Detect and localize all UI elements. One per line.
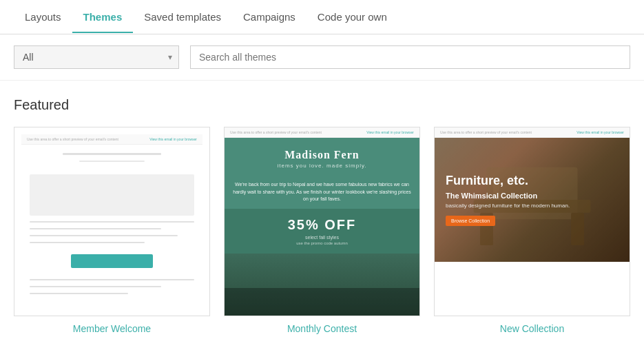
madison-promo-text: use the promo code autumn [231,241,413,245]
search-input[interactable] [190,45,630,69]
madison-tagline: items you love. made simply. [231,163,413,169]
filter-row: All Business eCommerce Holiday Newslette… [0,34,644,81]
card-new-collection[interactable]: Use this area to offer a short preview o… [434,127,630,334]
madison-select-text: select fall styles [231,235,413,240]
preview-text-2: Use this area to offer a short preview o… [230,130,322,134]
featured-section: Featured Use this area to offer a short … [0,81,644,348]
furniture-overlay: Furniture, etc. The Whimsical Collection… [435,138,630,262]
category-dropdown-wrapper: All Business eCommerce Holiday Newslette… [14,45,179,69]
card-preview-new-collection: Use this area to offer a short preview o… [434,127,630,316]
madison-discount: 35% OFF [231,217,413,233]
preview-text-3: Use this area to offer a short preview o… [440,130,532,134]
card-member-welcome[interactable]: Use this area to offer a short preview o… [14,127,210,334]
cards-grid: Use this area to offer a short preview o… [14,127,630,334]
preview-link-3: View this email in your browser [577,130,624,134]
preview-bar-3: Use this area to offer a short preview o… [435,127,630,138]
preview-link-1: View this email in your browser [149,137,197,141]
card-label-member-welcome: Member Welcome [73,323,151,334]
preview-bar-1: Use this area to offer a short preview o… [21,134,202,145]
card-label-new-collection: New Collection [500,323,564,334]
furniture-preview: Use this area to offer a short preview o… [435,127,630,316]
furniture-subtitle: basically designed furniture for the mod… [446,203,619,209]
madison-header: Madison Fern items you love. made simply… [225,138,419,176]
madison-body-text: We're back from our trip to Nepal and we… [225,176,419,209]
madison-preview: Use this area to offer a short preview o… [225,127,419,316]
nav-item-campaigns[interactable]: Campaigns [232,1,307,32]
category-dropdown[interactable]: All Business eCommerce Holiday Newslette… [14,45,179,69]
card-monthly-contest[interactable]: Use this area to offer a short preview o… [224,127,420,334]
furniture-main-title: Furniture, etc. [446,174,619,189]
nav-item-saved-templates[interactable]: Saved templates [133,1,232,32]
madison-brand: Madison Fern [231,149,413,161]
featured-title: Featured [14,97,630,113]
madison-offer: 35% OFF select fall styles use the promo… [225,209,419,254]
nav-item-code-your-own[interactable]: Code your own [307,1,398,32]
preview-link-2: View this email in your browser [366,130,414,134]
card-preview-member-welcome: Use this area to offer a short preview o… [14,127,210,316]
preview-text-1: Use this area to offer a short preview o… [27,137,118,141]
nav-item-themes[interactable]: Themes [72,1,134,32]
furniture-image: Furniture, etc. The Whimsical Collection… [435,138,630,262]
nav-item-layouts[interactable]: Layouts [14,1,72,32]
furniture-collection-name: The Whimsical Collection [446,192,619,200]
furniture-browse-btn: Browse Collection [446,216,495,226]
blank-preview: Use this area to offer a short preview o… [14,127,209,316]
card-preview-monthly-contest: Use this area to offer a short preview o… [224,127,420,316]
preview-bar-2: Use this area to offer a short preview o… [225,127,419,138]
furniture-bottom [435,262,630,316]
madison-image [225,254,419,316]
nav-bar: Layouts Themes Saved templates Campaigns… [0,0,644,34]
card-label-monthly-contest: Monthly Contest [287,323,357,334]
